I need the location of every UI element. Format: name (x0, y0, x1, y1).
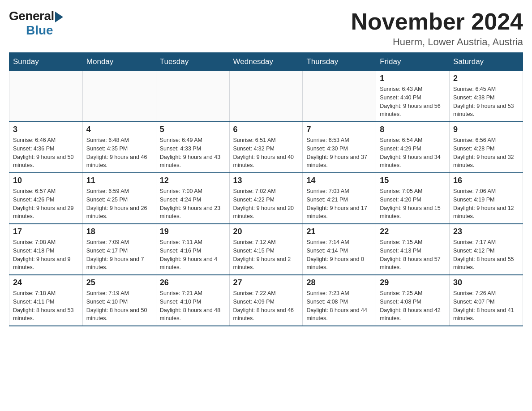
page-subtitle: Huerm, Lower Austria, Austria (351, 36, 523, 48)
logo-general: General (9, 9, 54, 23)
header-cell-tuesday: Tuesday (156, 53, 229, 71)
day-info: Sunrise: 7:21 AM Sunset: 4:10 PM Dayligh… (160, 289, 226, 323)
day-cell: 1Sunrise: 6:43 AM Sunset: 4:40 PM Daylig… (376, 71, 450, 122)
day-cell: 9Sunrise: 6:56 AM Sunset: 4:28 PM Daylig… (450, 122, 523, 173)
day-info: Sunrise: 7:08 AM Sunset: 4:18 PM Dayligh… (13, 238, 79, 272)
week-row-4: 17Sunrise: 7:08 AM Sunset: 4:18 PM Dayli… (9, 224, 523, 275)
calendar-table: SundayMondayTuesdayWednesdayThursdayFrid… (9, 52, 523, 326)
day-info: Sunrise: 7:23 AM Sunset: 4:08 PM Dayligh… (306, 289, 372, 323)
day-number: 3 (13, 125, 79, 134)
day-info: Sunrise: 7:14 AM Sunset: 4:14 PM Dayligh… (306, 238, 372, 272)
day-number: 16 (453, 176, 519, 185)
day-number: 17 (13, 227, 79, 236)
day-info: Sunrise: 6:53 AM Sunset: 4:30 PM Dayligh… (306, 136, 372, 170)
day-cell (156, 71, 229, 122)
day-info: Sunrise: 7:12 AM Sunset: 4:15 PM Dayligh… (233, 238, 299, 272)
day-info: Sunrise: 6:57 AM Sunset: 4:26 PM Dayligh… (13, 187, 79, 221)
day-number: 14 (306, 176, 372, 185)
day-number: 30 (453, 278, 519, 287)
day-number: 5 (160, 125, 226, 134)
header-row: SundayMondayTuesdayWednesdayThursdayFrid… (9, 53, 523, 71)
day-info: Sunrise: 7:22 AM Sunset: 4:09 PM Dayligh… (233, 289, 299, 323)
header-cell-sunday: Sunday (9, 53, 83, 71)
day-info: Sunrise: 6:46 AM Sunset: 4:36 PM Dayligh… (13, 136, 79, 170)
header-cell-monday: Monday (82, 53, 156, 71)
day-cell: 14Sunrise: 7:03 AM Sunset: 4:21 PM Dayli… (303, 173, 376, 224)
day-info: Sunrise: 6:45 AM Sunset: 4:38 PM Dayligh… (453, 85, 519, 119)
day-cell: 23Sunrise: 7:17 AM Sunset: 4:12 PM Dayli… (450, 224, 523, 275)
calendar-header: SundayMondayTuesdayWednesdayThursdayFrid… (9, 53, 523, 71)
day-cell: 6Sunrise: 6:51 AM Sunset: 4:32 PM Daylig… (229, 122, 303, 173)
day-cell: 30Sunrise: 7:26 AM Sunset: 4:07 PM Dayli… (450, 275, 523, 326)
day-number: 20 (233, 227, 299, 236)
day-number: 22 (380, 227, 446, 236)
week-row-2: 3Sunrise: 6:46 AM Sunset: 4:36 PM Daylig… (9, 122, 523, 173)
day-cell: 16Sunrise: 7:06 AM Sunset: 4:19 PM Dayli… (450, 173, 523, 224)
day-number: 18 (86, 227, 152, 236)
day-number: 1 (380, 74, 446, 83)
day-number: 26 (160, 278, 226, 287)
day-cell (82, 71, 156, 122)
day-cell: 29Sunrise: 7:25 AM Sunset: 4:08 PM Dayli… (376, 275, 450, 326)
header-cell-saturday: Saturday (450, 53, 523, 71)
day-number: 8 (380, 125, 446, 134)
day-cell: 5Sunrise: 6:49 AM Sunset: 4:33 PM Daylig… (156, 122, 229, 173)
day-info: Sunrise: 7:05 AM Sunset: 4:20 PM Dayligh… (380, 187, 446, 221)
day-cell: 18Sunrise: 7:09 AM Sunset: 4:17 PM Dayli… (82, 224, 156, 275)
day-number: 28 (306, 278, 372, 287)
day-number: 9 (453, 125, 519, 134)
header-cell-wednesday: Wednesday (229, 53, 303, 71)
day-cell (229, 71, 303, 122)
title-block: November 2024 Huerm, Lower Austria, Aust… (351, 9, 523, 48)
day-number: 21 (306, 227, 372, 236)
day-cell: 27Sunrise: 7:22 AM Sunset: 4:09 PM Dayli… (229, 275, 303, 326)
day-number: 11 (86, 176, 152, 185)
day-info: Sunrise: 6:59 AM Sunset: 4:25 PM Dayligh… (86, 187, 152, 221)
day-info: Sunrise: 7:17 AM Sunset: 4:12 PM Dayligh… (453, 238, 519, 272)
day-number: 4 (86, 125, 152, 134)
day-info: Sunrise: 7:00 AM Sunset: 4:24 PM Dayligh… (160, 187, 226, 221)
day-cell: 25Sunrise: 7:19 AM Sunset: 4:10 PM Dayli… (82, 275, 156, 326)
day-info: Sunrise: 7:11 AM Sunset: 4:16 PM Dayligh… (160, 238, 226, 272)
page-header: General Blue November 2024 Huerm, Lower … (9, 9, 523, 48)
day-info: Sunrise: 7:25 AM Sunset: 4:08 PM Dayligh… (380, 289, 446, 323)
day-number: 23 (453, 227, 519, 236)
page-title: November 2024 (351, 9, 523, 34)
day-info: Sunrise: 7:09 AM Sunset: 4:17 PM Dayligh… (86, 238, 152, 272)
header-cell-friday: Friday (376, 53, 450, 71)
day-number: 10 (13, 176, 79, 185)
day-info: Sunrise: 7:19 AM Sunset: 4:10 PM Dayligh… (86, 289, 152, 323)
week-row-3: 10Sunrise: 6:57 AM Sunset: 4:26 PM Dayli… (9, 173, 523, 224)
day-cell: 12Sunrise: 7:00 AM Sunset: 4:24 PM Dayli… (156, 173, 229, 224)
day-number: 29 (380, 278, 446, 287)
day-info: Sunrise: 7:02 AM Sunset: 4:22 PM Dayligh… (233, 187, 299, 221)
day-cell: 19Sunrise: 7:11 AM Sunset: 4:16 PM Dayli… (156, 224, 229, 275)
day-cell: 4Sunrise: 6:48 AM Sunset: 4:35 PM Daylig… (82, 122, 156, 173)
day-number: 24 (13, 278, 79, 287)
day-number: 25 (86, 278, 152, 287)
day-info: Sunrise: 6:51 AM Sunset: 4:32 PM Dayligh… (233, 136, 299, 170)
day-info: Sunrise: 6:43 AM Sunset: 4:40 PM Dayligh… (380, 85, 446, 119)
day-number: 12 (160, 176, 226, 185)
logo: General Blue (9, 9, 63, 38)
day-info: Sunrise: 6:48 AM Sunset: 4:35 PM Dayligh… (86, 136, 152, 170)
logo-arrow-icon (55, 12, 63, 22)
calendar-body: 1Sunrise: 6:43 AM Sunset: 4:40 PM Daylig… (9, 71, 523, 326)
header-cell-thursday: Thursday (303, 53, 376, 71)
day-cell: 2Sunrise: 6:45 AM Sunset: 4:38 PM Daylig… (450, 71, 523, 122)
day-cell (303, 71, 376, 122)
day-cell: 7Sunrise: 6:53 AM Sunset: 4:30 PM Daylig… (303, 122, 376, 173)
day-number: 6 (233, 125, 299, 134)
day-info: Sunrise: 7:26 AM Sunset: 4:07 PM Dayligh… (453, 289, 519, 323)
day-cell: 13Sunrise: 7:02 AM Sunset: 4:22 PM Dayli… (229, 173, 303, 224)
day-cell: 28Sunrise: 7:23 AM Sunset: 4:08 PM Dayli… (303, 275, 376, 326)
day-info: Sunrise: 7:15 AM Sunset: 4:13 PM Dayligh… (380, 238, 446, 272)
day-cell: 21Sunrise: 7:14 AM Sunset: 4:14 PM Dayli… (303, 224, 376, 275)
day-info: Sunrise: 7:18 AM Sunset: 4:11 PM Dayligh… (13, 289, 79, 323)
day-number: 13 (233, 176, 299, 185)
day-info: Sunrise: 7:03 AM Sunset: 4:21 PM Dayligh… (306, 187, 372, 221)
day-cell: 17Sunrise: 7:08 AM Sunset: 4:18 PM Dayli… (9, 224, 83, 275)
day-cell: 3Sunrise: 6:46 AM Sunset: 4:36 PM Daylig… (9, 122, 83, 173)
day-cell: 22Sunrise: 7:15 AM Sunset: 4:13 PM Dayli… (376, 224, 450, 275)
day-cell: 10Sunrise: 6:57 AM Sunset: 4:26 PM Dayli… (9, 173, 83, 224)
